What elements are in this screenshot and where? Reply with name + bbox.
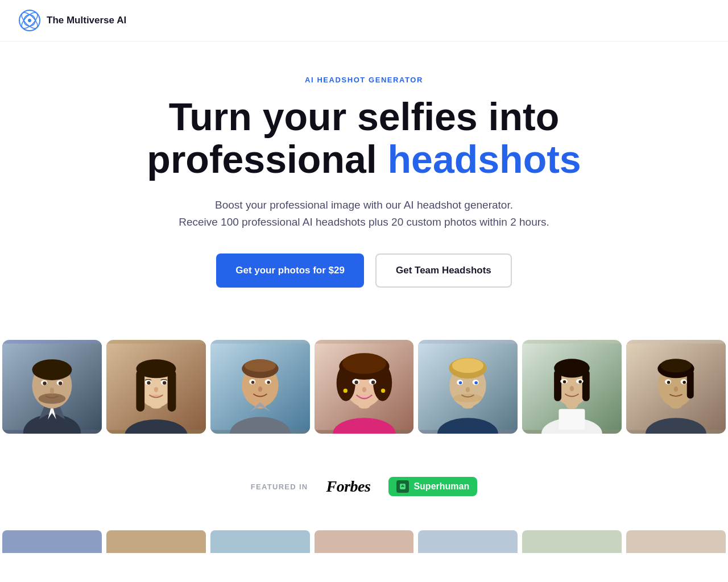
superhuman-icon bbox=[396, 480, 409, 493]
hero-subtext: Boost your professional image with our A… bbox=[23, 197, 705, 231]
headshot-photo-3 bbox=[210, 340, 310, 434]
hero-heading-part2: professional bbox=[147, 138, 387, 181]
hero-heading-part1: Turn your selfies into bbox=[169, 95, 559, 138]
svg-point-67 bbox=[475, 381, 478, 385]
svg-point-55 bbox=[343, 389, 347, 393]
svg-point-18 bbox=[50, 388, 54, 394]
bottom-strip-6 bbox=[522, 530, 622, 553]
svg-point-28 bbox=[147, 381, 150, 385]
svg-point-66 bbox=[459, 381, 462, 385]
headshot-photo-6 bbox=[522, 340, 622, 434]
svg-rect-97 bbox=[402, 485, 404, 486]
bottom-photo-strip-hint bbox=[0, 530, 728, 553]
hero-subtext-line2: Receive 100 professional AI headshots pl… bbox=[179, 216, 549, 228]
featured-in-section: FEATURED IN Forbes Superhuman bbox=[0, 465, 728, 530]
superhuman-badge: Superhuman bbox=[388, 477, 477, 496]
hero-subtext-line1: Boost your professional image with our A… bbox=[215, 199, 513, 211]
svg-point-94 bbox=[674, 386, 678, 392]
hero-heading-highlight: headshots bbox=[388, 138, 581, 181]
svg-point-69 bbox=[466, 387, 470, 392]
get-photos-button[interactable]: Get your photos for $29 bbox=[216, 253, 364, 288]
hero-heading: Turn your selfies into professional head… bbox=[23, 95, 705, 181]
headshot-photo-7 bbox=[626, 340, 726, 434]
headshot-photo-4 bbox=[315, 340, 414, 434]
superhuman-text: Superhuman bbox=[413, 481, 469, 492]
headshot-photo-2 bbox=[106, 340, 206, 434]
svg-point-16 bbox=[59, 382, 62, 385]
svg-rect-82 bbox=[559, 409, 585, 430]
featured-label: FEATURED IN bbox=[251, 483, 308, 491]
bottom-strip-3 bbox=[210, 530, 310, 553]
svg-point-36 bbox=[245, 360, 276, 372]
get-team-headshots-button[interactable]: Get Team Headshots bbox=[375, 253, 512, 288]
bottom-strip-7 bbox=[626, 530, 726, 553]
bottom-strip-5 bbox=[418, 530, 518, 553]
svg-point-50 bbox=[342, 354, 386, 375]
svg-rect-24 bbox=[136, 370, 144, 412]
bottom-strip-1 bbox=[2, 530, 102, 553]
svg-point-54 bbox=[371, 381, 374, 384]
svg-point-30 bbox=[154, 387, 158, 392]
svg-point-89 bbox=[660, 359, 692, 373]
svg-point-4 bbox=[28, 19, 31, 22]
svg-point-57 bbox=[362, 387, 366, 392]
logo-icon bbox=[18, 9, 41, 32]
headshot-photo-1 bbox=[2, 340, 102, 434]
cta-button-group: Get your photos for $29 Get Team Headsho… bbox=[23, 253, 705, 288]
hero-badge: AI HEADSHOT GENERATOR bbox=[23, 76, 705, 84]
svg-rect-75 bbox=[554, 370, 561, 401]
svg-rect-76 bbox=[582, 370, 590, 401]
svg-point-40 bbox=[267, 381, 270, 384]
logo[interactable]: The Multiverse AI bbox=[18, 9, 126, 32]
svg-point-41 bbox=[258, 386, 262, 392]
header: The Multiverse AI bbox=[0, 0, 728, 41]
headshot-photo-5 bbox=[418, 340, 518, 434]
headshot-photo-strip bbox=[0, 340, 728, 434]
bottom-strip-2 bbox=[106, 530, 206, 553]
svg-rect-88 bbox=[687, 370, 694, 399]
svg-point-63 bbox=[452, 359, 483, 373]
svg-point-80 bbox=[579, 380, 582, 384]
svg-point-92 bbox=[667, 381, 671, 384]
svg-point-56 bbox=[380, 389, 384, 393]
svg-point-29 bbox=[163, 381, 166, 385]
brand-name: The Multiverse AI bbox=[47, 15, 126, 26]
bottom-strip-4 bbox=[315, 530, 414, 553]
svg-point-68 bbox=[453, 394, 483, 402]
forbes-logo: Forbes bbox=[326, 477, 371, 496]
svg-point-79 bbox=[563, 380, 566, 384]
svg-point-81 bbox=[570, 386, 574, 391]
svg-point-93 bbox=[683, 381, 686, 384]
svg-rect-96 bbox=[401, 486, 404, 487]
svg-point-53 bbox=[354, 381, 358, 384]
hero-section: AI HEADSHOT GENERATOR Turn your selfies … bbox=[0, 41, 728, 340]
svg-point-12 bbox=[32, 360, 72, 381]
svg-point-39 bbox=[251, 381, 255, 384]
svg-rect-25 bbox=[168, 370, 176, 412]
svg-point-15 bbox=[43, 382, 46, 385]
